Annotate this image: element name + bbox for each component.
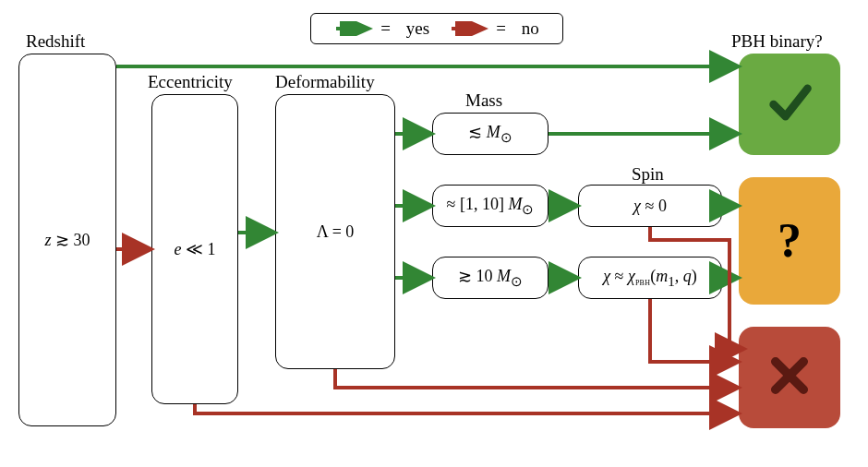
node-deformability: Λ = 0 — [275, 94, 395, 369]
legend: = yes = no — [310, 13, 563, 44]
node-spin-zero-text: χ ≈ 0 — [633, 197, 667, 216]
check-icon — [766, 78, 814, 131]
node-mass-low: ≲ M⊙ — [432, 113, 549, 155]
node-deformability-text: Λ = 0 — [317, 222, 355, 242]
legend-no-text: no — [522, 18, 539, 39]
cross-icon — [766, 352, 814, 404]
arrow-no-icon — [450, 21, 490, 36]
edge-spinpbh-no — [650, 299, 735, 362]
result-no — [739, 327, 840, 428]
node-mass-high-text: ≳ 10 M⊙ — [458, 266, 523, 290]
label-title: PBH binary? — [731, 31, 823, 52]
node-redshift: z ≳ 30 — [18, 54, 116, 426]
node-spin-pbh: χ ≈ χpbh(m1, q) — [578, 257, 722, 299]
legend-eq1: = — [380, 18, 391, 39]
legend-yes: = yes — [334, 18, 429, 39]
node-mass-mid: ≈ [1, 10] M⊙ — [432, 185, 549, 227]
label-deformability: Deformability — [275, 72, 375, 92]
legend-no: = no — [450, 18, 538, 39]
label-eccentricity: Eccentricity — [148, 72, 233, 92]
node-eccentricity-text: e ≪ 1 — [175, 239, 216, 259]
node-eccentricity: e ≪ 1 — [151, 94, 238, 404]
edge-ecc-no — [195, 404, 735, 413]
flowchart: = yes = no Redshift Eccentricity Deforma… — [0, 0, 868, 467]
result-maybe: ? — [739, 177, 840, 305]
legend-yes-text: yes — [406, 18, 429, 39]
label-redshift: Redshift — [26, 31, 85, 52]
node-mass-low-text: ≲ M⊙ — [468, 122, 512, 146]
edges — [0, 0, 868, 467]
label-mass: Mass — [465, 90, 502, 111]
node-spin-pbh-text: χ ≈ χpbh(m1, q) — [603, 267, 697, 290]
question-icon: ? — [778, 217, 802, 265]
node-redshift-text: z ≳ 30 — [44, 230, 90, 250]
label-spin: Spin — [632, 164, 664, 185]
result-yes — [739, 54, 840, 155]
legend-eq2: = — [496, 18, 506, 39]
node-mass-high: ≳ 10 M⊙ — [432, 257, 549, 299]
arrow-yes-icon — [334, 21, 375, 36]
edge-def-no — [335, 369, 735, 388]
node-spin-zero: χ ≈ 0 — [578, 185, 722, 227]
node-mass-mid-text: ≈ [1, 10] M⊙ — [447, 195, 535, 218]
